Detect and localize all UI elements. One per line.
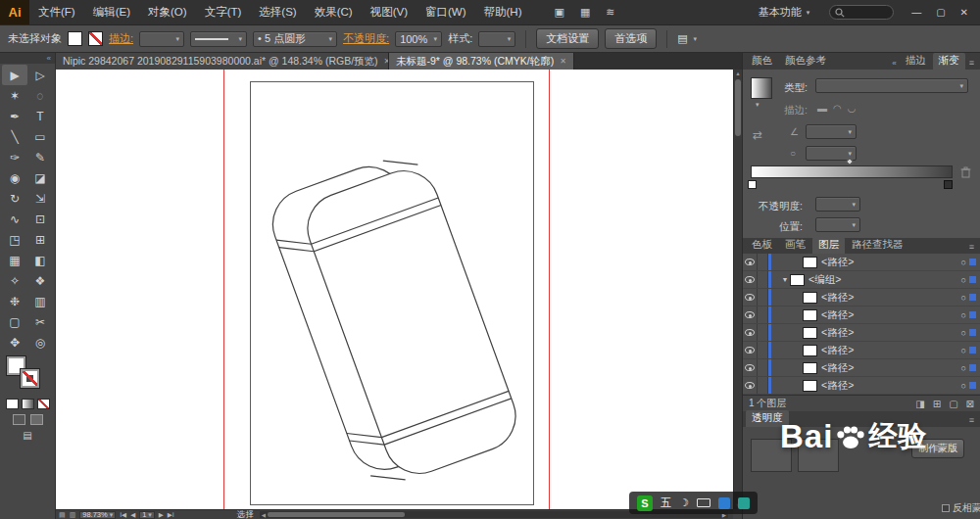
style-combo[interactable]: ▾ bbox=[478, 31, 515, 47]
visibility-toggle[interactable] bbox=[743, 254, 758, 270]
invert-mask-checkbox[interactable] bbox=[942, 504, 950, 512]
gradient-location-combo[interactable]: ▾ bbox=[815, 217, 860, 232]
lock-toggle[interactable] bbox=[758, 342, 768, 358]
skin-icon[interactable] bbox=[738, 497, 750, 509]
menu-select[interactable]: 选择(S) bbox=[250, 5, 305, 20]
lock-toggle[interactable] bbox=[758, 377, 768, 394]
hand-tool[interactable]: ✥ bbox=[2, 332, 27, 353]
reverse-gradient-icon[interactable]: ⇄ bbox=[753, 128, 762, 142]
layer-name[interactable]: <编组> bbox=[808, 273, 841, 287]
workspace-switcher[interactable]: 基本功能 ▾ bbox=[751, 3, 818, 22]
visibility-toggle[interactable] bbox=[743, 307, 758, 323]
free-transform-tool[interactable]: ⊡ bbox=[27, 209, 53, 229]
pen-tool[interactable]: ✒ bbox=[2, 106, 27, 126]
search-input[interactable] bbox=[829, 5, 894, 20]
lock-toggle[interactable] bbox=[758, 359, 768, 376]
layer-row[interactable]: <路径> ○ bbox=[743, 324, 980, 342]
artboard[interactable] bbox=[250, 81, 534, 505]
layer-thumbnail[interactable] bbox=[803, 380, 817, 392]
symbol-sprayer-tool[interactable]: ❉ bbox=[2, 291, 27, 311]
expand-icon[interactable]: ▼ bbox=[780, 276, 790, 283]
line-segment-tool[interactable]: ╲ bbox=[2, 126, 27, 147]
lock-toggle[interactable] bbox=[758, 271, 768, 288]
document-layout-icon[interactable]: ▦ bbox=[580, 6, 590, 19]
stroke-swatch[interactable] bbox=[21, 369, 39, 388]
visibility-toggle[interactable] bbox=[743, 342, 758, 358]
layer-thumbnail[interactable] bbox=[803, 345, 817, 356]
stroke-across-icon[interactable]: ◡ bbox=[848, 103, 857, 114]
eyedropper-tool[interactable]: ✧ bbox=[2, 270, 27, 291]
rotate-tool[interactable]: ↻ bbox=[2, 188, 27, 209]
gradient-opacity-combo[interactable]: ▾ bbox=[815, 197, 860, 212]
wubi-mode-icon[interactable]: 五 bbox=[661, 495, 671, 510]
slice-tool[interactable]: ✂ bbox=[27, 311, 53, 332]
layer-thumbnail[interactable] bbox=[803, 327, 817, 339]
shape-builder-tool[interactable]: ◳ bbox=[2, 229, 27, 250]
tab-pathfinder[interactable]: 路径查找器 bbox=[846, 237, 909, 254]
lock-toggle[interactable] bbox=[758, 289, 768, 306]
lock-toggle[interactable] bbox=[758, 254, 768, 270]
visibility-toggle[interactable] bbox=[743, 359, 758, 376]
menu-view[interactable]: 视图(V) bbox=[362, 5, 416, 20]
prev-artboard-button[interactable]: ◀ bbox=[130, 511, 135, 519]
draw-normal-icon[interactable] bbox=[13, 414, 25, 425]
target-icon[interactable]: ○ bbox=[961, 363, 966, 373]
keyboard-icon[interactable] bbox=[697, 498, 710, 507]
app-logo[interactable]: Ai bbox=[0, 0, 29, 24]
document-tab[interactable]: Nipic 29842067 20190829115903980000.ai* … bbox=[56, 53, 389, 70]
align-panel-icon[interactable]: ▤ bbox=[677, 32, 687, 45]
stroke-weight-combo[interactable]: ▾ bbox=[139, 31, 184, 47]
width-profile-combo[interactable]: ▾ bbox=[190, 31, 247, 47]
stroke-within-icon[interactable]: ▬ bbox=[817, 103, 827, 114]
layer-row-group[interactable]: ▼ <编组> ○ bbox=[743, 271, 980, 289]
arrange-documents-icon[interactable]: ▣ bbox=[554, 6, 564, 19]
layer-name[interactable]: <路径> bbox=[821, 361, 854, 375]
perspective-grid-tool[interactable]: ⊞ bbox=[27, 229, 53, 250]
share-icon[interactable]: ≋ bbox=[606, 6, 614, 19]
zoom-combo[interactable]: 98.73% ▾ bbox=[79, 511, 116, 519]
status-grid-icon[interactable]: ▥ bbox=[70, 511, 76, 519]
sogou-logo-icon[interactable]: S bbox=[637, 495, 653, 511]
direct-selection-tool[interactable]: ▷ bbox=[27, 65, 53, 85]
scrollbar-thumb[interactable] bbox=[735, 79, 741, 136]
artboard-number-combo[interactable]: 1 ▾ bbox=[139, 511, 155, 519]
blob-brush-tool[interactable]: ◉ bbox=[2, 167, 27, 188]
blend-tool[interactable]: ❖ bbox=[27, 270, 53, 291]
next-artboard-button[interactable]: ▶ bbox=[159, 511, 164, 519]
gradient-angle-combo[interactable]: ▾ bbox=[806, 124, 857, 139]
column-graph-tool[interactable]: ▥ bbox=[27, 291, 53, 311]
visibility-toggle[interactable] bbox=[743, 271, 758, 288]
gradient-type-combo[interactable]: ▾ bbox=[815, 78, 968, 93]
color-button[interactable] bbox=[6, 399, 19, 409]
scale-tool[interactable]: ⇲ bbox=[27, 188, 53, 209]
toolbar-collapse-icon[interactable]: « bbox=[0, 53, 55, 64]
layer-row[interactable]: <路径> ○ bbox=[743, 307, 980, 324]
tab-color[interactable]: 颜色 bbox=[746, 53, 778, 70]
layer-name[interactable]: <路径> bbox=[821, 308, 854, 322]
artboard-tool[interactable]: ▢ bbox=[2, 311, 27, 332]
tab-layers[interactable]: 图层 bbox=[812, 237, 845, 254]
layer-name[interactable]: <路径> bbox=[821, 291, 854, 305]
menu-help[interactable]: 帮助(H) bbox=[475, 5, 531, 20]
gradient-tool[interactable]: ◧ bbox=[27, 250, 53, 270]
target-icon[interactable]: ○ bbox=[961, 293, 966, 303]
tab-swatches[interactable]: 色板 bbox=[746, 237, 778, 254]
selection-tool[interactable]: ▶ bbox=[2, 65, 27, 85]
make-clipping-mask-icon[interactable]: ◨ bbox=[915, 399, 924, 409]
panel-menu-icon[interactable]: ≡ bbox=[966, 415, 977, 427]
last-artboard-button[interactable]: ▶Ⅰ bbox=[168, 511, 174, 519]
layer-name[interactable]: <路径> bbox=[821, 379, 854, 393]
menu-file[interactable]: 文件(F) bbox=[29, 5, 84, 20]
magic-wand-tool[interactable]: ✶ bbox=[2, 85, 27, 106]
gradient-stop-start[interactable] bbox=[748, 180, 757, 189]
menu-effect[interactable]: 效果(C) bbox=[306, 5, 362, 20]
chevron-down-icon[interactable]: ▾ bbox=[756, 101, 760, 109]
layer-thumbnail[interactable] bbox=[803, 309, 817, 321]
artwork-box-outline[interactable] bbox=[251, 82, 533, 504]
draw-behind-icon[interactable] bbox=[30, 414, 43, 425]
opacity-panel-link[interactable]: 不透明度: bbox=[343, 31, 389, 46]
paintbrush-tool[interactable]: ✑ bbox=[2, 147, 27, 167]
chevron-down-icon[interactable]: ▾ bbox=[694, 35, 698, 43]
target-icon[interactable]: ○ bbox=[961, 328, 966, 338]
new-sublayer-icon[interactable]: ⊞ bbox=[933, 399, 941, 409]
